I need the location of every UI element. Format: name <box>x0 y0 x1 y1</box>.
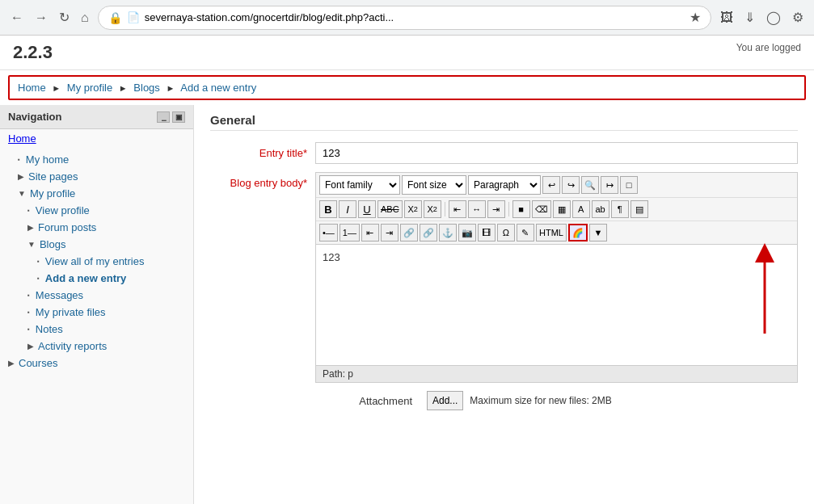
editor-body[interactable]: 123 <box>315 245 798 366</box>
underline-button[interactable]: U <box>358 200 376 218</box>
paragraph-btn[interactable]: ¶ <box>611 200 629 218</box>
arrow-icon: ▶ <box>18 172 24 181</box>
page-header: 2.2.3 You are logged <box>0 36 814 70</box>
sidebar-item-add-entry[interactable]: ▪ Add a new entry <box>0 270 193 287</box>
entry-title-row: Entry title* <box>210 142 798 164</box>
bullet-icon: ▪ <box>37 258 40 265</box>
breadcrumb-current: Add a new entry <box>180 82 256 94</box>
edit-button[interactable]: ✎ <box>517 224 534 242</box>
breadcrumb-profile[interactable]: My profile <box>67 82 112 94</box>
unordered-list-button[interactable]: •— <box>319 224 338 242</box>
bullet-icon: ▪ <box>18 156 20 163</box>
outdent-button[interactable]: ⇤ <box>361 224 379 242</box>
sidebar-block-icon[interactable]: ▣ <box>172 111 185 123</box>
unlink-button[interactable]: 🔗 <box>420 224 437 242</box>
sidebar-item-messages[interactable]: ▪ Messages <box>0 287 193 304</box>
paragraph-select[interactable]: Paragraph <box>468 175 541 195</box>
editor-toolbar: Font family Font size Paragraph ↩ ↪ 🔍 ↦ … <box>315 172 798 245</box>
image-button[interactable]: 📷 <box>458 224 476 242</box>
align-left-button[interactable]: ⇤ <box>449 200 466 218</box>
editor-content: 123 <box>323 251 791 263</box>
ordered-list-button[interactable]: 1— <box>340 224 360 242</box>
home-link[interactable]: Home <box>8 132 36 145</box>
sidebar-item-forum-posts[interactable]: ▶ Forum posts <box>0 219 193 236</box>
screen-icon[interactable]: 🖼 <box>716 8 737 27</box>
bookmark-icon[interactable]: ★ <box>690 10 701 25</box>
download-icon[interactable]: ⇓ <box>740 7 759 27</box>
sidebar-collapse-icon[interactable]: ⎯ <box>157 111 170 123</box>
toolbar-row-2: B I U ABC X2 X2 ⇤ ↔ ⇥ ■ ⌫ ▦ A <box>316 198 797 221</box>
bg-color-button[interactable]: ab <box>592 200 609 218</box>
content-area: General Entry title* Blog entry body* <box>194 105 814 504</box>
sidebar-item-my-home[interactable]: ▪ My home <box>0 151 193 168</box>
account-icon[interactable]: ◯ <box>762 7 785 27</box>
special-char-button[interactable]: Ω <box>497 224 515 242</box>
sidebar-item-site-pages[interactable]: ▶ Site pages <box>0 168 193 185</box>
align-center-button[interactable]: ↔ <box>468 200 486 218</box>
attachment-button[interactable]: Add... <box>427 391 463 410</box>
fullscreen-button[interactable]: □ <box>620 176 638 194</box>
italic-button[interactable]: I <box>339 200 356 218</box>
arrow-down-icon: ▼ <box>18 189 26 198</box>
entry-title-input[interactable] <box>315 142 798 164</box>
superscript-button[interactable]: X2 <box>424 200 441 218</box>
breadcrumb-home[interactable]: Home <box>18 82 46 94</box>
attachment-info: Maximum size for new files: 2MB <box>470 395 611 406</box>
bullet-icon: ▪ <box>37 275 40 282</box>
font-family-select[interactable]: Font family <box>319 175 400 195</box>
blog-entry-row: Blog entry body* Font family Font size <box>210 172 798 410</box>
url-input[interactable] <box>145 11 685 23</box>
bold-button[interactable]: B <box>319 200 337 218</box>
erase-button[interactable]: ⌫ <box>532 200 551 218</box>
sidebar-item-view-all[interactable]: ▪ View all of my entries <box>0 253 193 270</box>
sidebar-item-notes[interactable]: ▪ Notes <box>0 321 193 338</box>
indent-button[interactable]: ⇥ <box>381 224 399 242</box>
dropdown-button[interactable]: ▼ <box>589 224 607 242</box>
browser-actions: 🖼 ⇓ ◯ ⚙ <box>716 7 808 27</box>
forward-button[interactable]: → <box>31 8 52 27</box>
breadcrumb-blogs[interactable]: Blogs <box>133 82 160 94</box>
strikethrough-button[interactable]: ABC <box>377 200 403 218</box>
font-color-button[interactable]: A <box>572 200 590 218</box>
arrow-icon: ▶ <box>27 223 34 232</box>
breadcrumb-sep3: ► <box>166 83 175 93</box>
redo-button[interactable]: ↪ <box>562 176 580 194</box>
sidebar-item-blogs[interactable]: ▼ Blogs <box>0 236 193 253</box>
highlight-button[interactable]: 🌈 <box>568 224 588 242</box>
html-button[interactable]: HTML <box>536 224 567 242</box>
subscript-button[interactable]: X2 <box>404 200 422 218</box>
sidebar-item-private-files[interactable]: ▪ My private files <box>0 304 193 321</box>
breadcrumb-sep1: ► <box>52 83 61 93</box>
color-bg-button[interactable]: ■ <box>512 200 530 218</box>
link-button[interactable]: 🔗 <box>400 224 418 242</box>
anchor-button[interactable]: ⚓ <box>439 224 457 242</box>
logged-in-text: You are logged <box>736 42 801 53</box>
arrow-down-icon: ▼ <box>27 240 36 249</box>
extensions-icon[interactable]: ⚙ <box>788 7 808 27</box>
breadcrumb: Home ► My profile ► Blogs ► Add a new en… <box>8 75 806 100</box>
home-button[interactable]: ⌂ <box>77 8 93 27</box>
entry-title-label: Entry title* <box>210 142 315 159</box>
section-title: General <box>210 113 798 131</box>
media-button[interactable]: 🎞 <box>478 224 496 242</box>
expand-button[interactable]: ↦ <box>601 176 618 194</box>
sidebar-item-activity-reports[interactable]: ▶ Activity reports <box>0 338 193 355</box>
table-button[interactable]: ▦ <box>553 200 571 218</box>
find-button[interactable]: 🔍 <box>581 176 599 194</box>
block-btn[interactable]: ▤ <box>631 200 648 218</box>
font-size-select[interactable]: Font size <box>402 175 466 195</box>
align-right-button[interactable]: ⇥ <box>487 200 505 218</box>
sidebar-header: Navigation ⎯ ▣ <box>0 105 193 129</box>
refresh-button[interactable]: ↻ <box>55 8 74 27</box>
sidebar-item-view-profile[interactable]: ▪ View profile <box>0 202 193 219</box>
nav-list: ▪ My home ▶ Site pages ▼ My profile ▪ Vi… <box>0 148 193 375</box>
page-title: 2.2.3 <box>13 42 53 63</box>
back-button[interactable]: ← <box>6 8 27 27</box>
attachment-label: Attachment <box>315 395 420 407</box>
sidebar-item-courses[interactable]: ▶ Courses <box>0 355 193 372</box>
sidebar-controls: ⎯ ▣ <box>157 111 185 123</box>
undo-button[interactable]: ↩ <box>542 176 560 194</box>
sidebar-item-my-profile[interactable]: ▼ My profile <box>0 185 193 202</box>
sidebar-item-home[interactable]: Home <box>0 129 193 148</box>
breadcrumb-sep2: ► <box>119 83 128 93</box>
